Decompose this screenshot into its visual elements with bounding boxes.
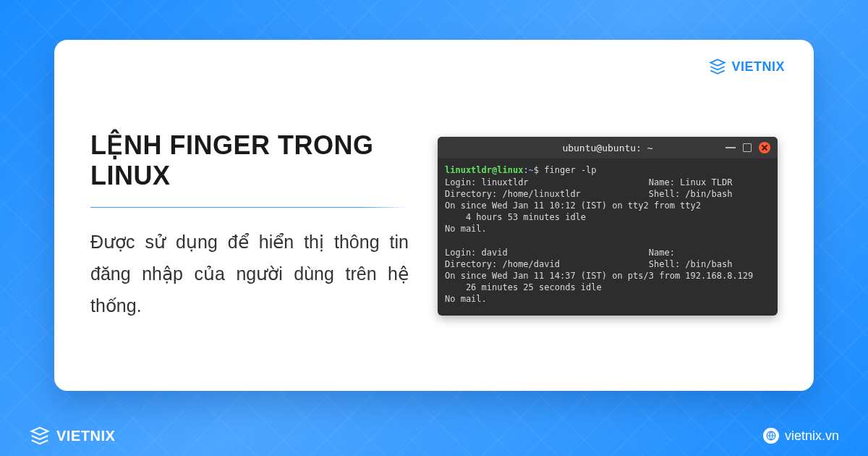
terminal-line: Directory: /home/david Shell: /bin/bash xyxy=(445,259,732,269)
close-icon[interactable] xyxy=(759,142,770,153)
title-divider xyxy=(90,207,409,208)
description: Được sử dụng để hiển thị thông tin đăng … xyxy=(90,227,409,321)
footer: VIETNIX vietnix.vn xyxy=(0,415,868,456)
terminal-window-title: ubuntu@ubuntu: ~ xyxy=(562,143,652,153)
terminal-window: ubuntu@ubuntu: ~ linuxtldr@linux:~$ fing… xyxy=(438,137,778,315)
terminal-line: On since Wed Jan 11 10:12 (IST) on tty2 … xyxy=(445,200,701,211)
maximize-icon[interactable] xyxy=(743,143,752,152)
card-logo: VIETNIX xyxy=(708,57,785,76)
logo-icon xyxy=(29,425,51,447)
terminal-line: No mail. xyxy=(445,294,487,304)
terminal-prompt-path: ~ xyxy=(529,165,534,175)
terminal-line: 26 minutes 25 seconds idle xyxy=(445,282,602,292)
terminal-line: Login: david Name: xyxy=(445,248,675,258)
page-title: LỆNH FINGER TRONG LINUX xyxy=(90,130,409,191)
terminal-line: 4 hours 53 minutes idle xyxy=(445,212,586,222)
footer-site-text: vietnix.vn xyxy=(785,428,839,444)
terminal-line: Directory: /home/linuxtldr Shell: /bin/b… xyxy=(445,189,732,199)
terminal-command: finger -lp xyxy=(544,165,596,175)
footer-site[interactable]: vietnix.vn xyxy=(763,428,839,444)
footer-logo-text: VIETNIX xyxy=(56,428,115,444)
terminal-line: On since Wed Jan 11 14:37 (IST) on pts/3… xyxy=(445,271,753,281)
terminal-prompt-user: linuxtldr@linux xyxy=(445,165,523,175)
logo-icon xyxy=(708,57,727,76)
terminal-line: Login: linuxtldr Name: Linux TLDR xyxy=(445,177,732,187)
footer-logo: VIETNIX xyxy=(29,425,115,447)
info-card: VIETNIX LỆNH FINGER TRONG LINUX Được sử … xyxy=(54,40,814,391)
card-logo-text: VIETNIX xyxy=(731,59,785,75)
globe-icon xyxy=(763,428,779,444)
terminal-titlebar: ubuntu@ubuntu: ~ xyxy=(438,137,778,159)
minimize-icon[interactable] xyxy=(726,147,736,148)
terminal-body: linuxtldr@linux:~$ finger -lp Login: lin… xyxy=(438,159,778,315)
terminal-line: No mail. xyxy=(445,224,487,234)
